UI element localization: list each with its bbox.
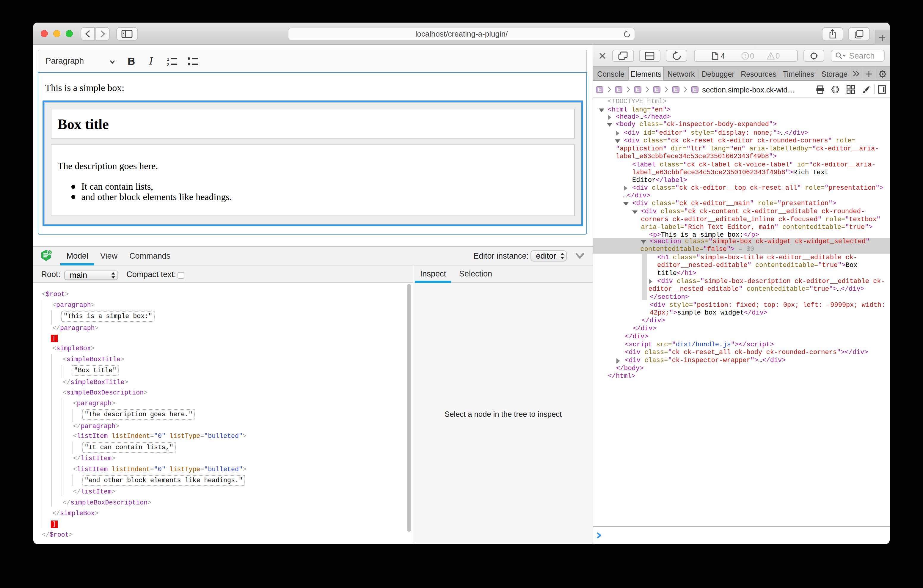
svg-text:1: 1: [167, 56, 169, 62]
svg-text:2: 2: [167, 62, 169, 67]
svg-text:5: 5: [49, 250, 51, 255]
